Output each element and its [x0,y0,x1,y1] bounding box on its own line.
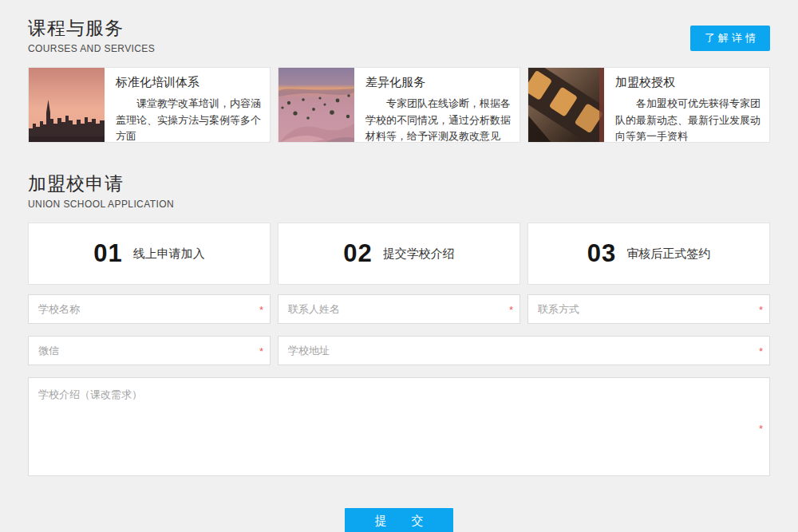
card-text-block: 加盟校授权 各加盟校可优先获得专家团队的最新动态、最新行业发展动向等第一手资料 [604,68,769,142]
contact-method-input[interactable] [527,294,770,324]
submit-row: 提 交 [28,508,770,532]
learn-more-button[interactable]: 了解详情 [690,26,770,51]
city-skyline-silhouette [29,68,105,143]
service-card-differentiated-service: 差异化服务 专家团队在线诊断，根据各学校的不同情况，通过分析数据材料等，给予评测… [278,67,520,143]
card-title: 加盟校授权 [615,75,761,90]
required-asterisk: * [759,304,763,314]
wechat-input[interactable] [28,336,271,365]
step-number: 01 [93,239,122,268]
card-description: 各加盟校可优先获得专家团队的最新动态、最新行业发展动向等第一手资料 [615,96,761,143]
required-asterisk: * [259,304,263,314]
application-section-header: 加盟校申请 UNION SCHOOL APPLICATION [28,171,770,210]
step-label: 线上申请加入 [133,246,205,262]
required-asterisk: * [509,304,513,314]
contact-method-field: * [527,294,770,324]
step-1-apply-online: 01 线上申请加入 [28,223,271,285]
school-name-field: * [28,294,271,324]
school-address-input[interactable] [278,336,770,365]
courses-section-header: 课程与服务 COURSES AND SERVICES 了解详情 [28,16,770,54]
required-asterisk: * [759,345,763,356]
school-intro-field: * [28,377,770,479]
service-cards-row: 标准化培训体系 课堂教学改革培训，内容涵盖理论、实操方法与案例等多个方面 [28,67,770,143]
card-title: 差异化服务 [365,75,512,90]
step-2-submit-school-intro: 02 提交学校介绍 [278,223,520,285]
courses-section-subtitle: COURSES AND SERVICES [28,43,770,54]
step-label: 提交学校介绍 [383,246,455,262]
step-number: 02 [343,239,372,268]
service-card-standardized-training: 标准化培训体系 课堂教学改革培训，内容涵盖理论、实操方法与案例等多个方面 [28,67,271,143]
application-form: * * * * * * [28,294,770,479]
service-card-franchise-authorization: 加盟校授权 各加盟校可优先获得专家团队的最新动态、最新行业发展动向等第一手资料 [527,67,770,143]
step-3-sign-contract: 03 审核后正式签约 [527,223,770,285]
application-section-title: 加盟校申请 [28,171,770,196]
card-text-block: 差异化服务 专家团队在线诊断，根据各学校的不同情况，通过分析数据材料等，给予评测… [354,68,519,142]
application-steps-row: 01 线上申请加入 02 提交学校介绍 03 审核后正式签约 [28,223,770,285]
required-asterisk: * [759,424,763,434]
wechat-field: * [28,336,271,365]
card-description: 专家团队在线诊断，根据各学校的不同情况，通过分析数据材料等，给予评测及教改意见 [365,96,512,143]
school-name-input[interactable] [28,294,271,324]
application-section-subtitle: UNION SCHOOL APPLICATION [28,199,770,210]
contact-name-field: * [278,294,520,324]
school-address-field: * [278,336,770,365]
desert-dusk-image [279,68,354,143]
film-strip-image [528,68,604,143]
page-container: 课程与服务 COURSES AND SERVICES 了解详情 标准化培训体系 … [28,0,770,532]
film-strip-graphic [528,68,604,143]
step-label: 审核后正式签约 [626,246,710,262]
submit-button[interactable]: 提 交 [345,508,453,532]
card-text-block: 标准化培训体系 课堂教学改革培训，内容涵盖理论、实操方法与案例等多个方面 [105,68,270,142]
city-skyline-sunset-image [29,68,105,143]
courses-section-title: 课程与服务 [28,16,770,41]
card-title: 标准化培训体系 [116,75,262,90]
contact-name-input[interactable] [278,294,520,324]
school-intro-textarea[interactable] [28,377,770,476]
step-number: 03 [587,239,616,268]
desert-dunes-shrubs [279,68,354,143]
required-asterisk: * [259,345,263,356]
card-description: 课堂教学改革培训，内容涵盖理论、实操方法与案例等多个方面 [116,96,262,143]
